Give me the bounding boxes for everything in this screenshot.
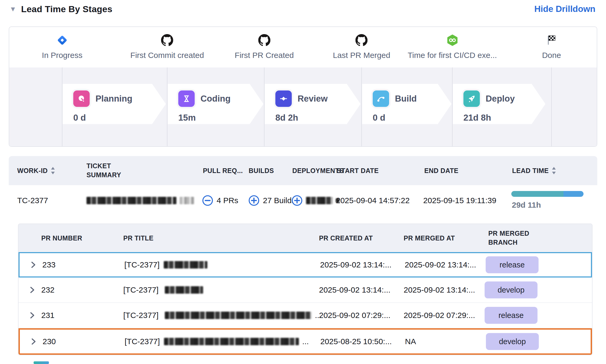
column-divider xyxy=(551,67,552,146)
collapse-triangle-icon[interactable]: ▼ xyxy=(10,6,16,12)
col-start-date: START DATE xyxy=(337,167,379,175)
stage-card-review: Review 8d 2h xyxy=(265,84,361,124)
pr-number: 230 xyxy=(43,337,56,346)
pull-requests-toggle[interactable]: 4 PRs xyxy=(202,195,238,206)
col-pr-title: PR TITLE xyxy=(123,234,153,242)
pr-table-header: PR NUMBER PR TITLE PR CREATED AT PR MERG… xyxy=(19,224,592,252)
cicd-icon xyxy=(446,33,458,47)
build-icon xyxy=(373,90,389,107)
column-divider xyxy=(264,67,265,146)
pr-merged-at: 2025-09-02 07:29:... xyxy=(404,311,475,320)
col-ticket-summary: TICKET SUMMARY xyxy=(86,162,143,180)
col-pr-created: PR CREATED AT xyxy=(319,234,373,242)
col-builds: BUILDS xyxy=(249,167,274,175)
stage-duration: 8d 2h xyxy=(275,113,361,123)
stage-duration: 21d 8h xyxy=(463,113,545,123)
col-pr-merged-branch: PR MERGED BRANCH xyxy=(488,229,545,247)
col-pr-number: PR NUMBER xyxy=(41,234,82,242)
expand-circle-icon xyxy=(248,195,260,206)
branch-badge: release xyxy=(485,307,537,324)
page-title: Lead Time By Stages xyxy=(21,4,112,14)
start-date-value: 2025-09-04 14:57:22 xyxy=(336,196,410,205)
stage-duration: 0 d xyxy=(373,113,452,123)
github-icon xyxy=(258,33,270,47)
jira-status-icon xyxy=(56,33,68,47)
pr-row-233[interactable]: 233 [TC-2377] 2025-09-02 13:14:... 2025-… xyxy=(19,252,592,277)
planning-icon xyxy=(73,90,90,107)
pr-merged-at: 2025-09-02 13:14:... xyxy=(404,285,475,294)
milestone-label: Done xyxy=(542,51,561,60)
hide-drilldown-link[interactable]: Hide Drilldown xyxy=(534,4,595,14)
milestone-label: In Progress xyxy=(42,51,82,60)
stage-duration: 0 d xyxy=(73,113,166,123)
milestone-label: First Commit created xyxy=(130,51,204,60)
pr-title: [TC-2377]... xyxy=(123,311,321,320)
collapse-circle-icon xyxy=(202,195,213,206)
col-end-date: END DATE xyxy=(424,167,458,175)
pr-number: 232 xyxy=(41,285,54,294)
chevron-right-icon[interactable] xyxy=(31,261,36,268)
milestone-label: Time for first CI/CD exe... xyxy=(408,51,497,60)
col-work-id[interactable]: WORK-ID xyxy=(17,166,56,175)
column-divider xyxy=(167,67,167,146)
work-item-row[interactable]: TC-2377 4 PRs 27 Builds xyxy=(9,185,597,216)
milestone-label: Last PR Merged xyxy=(333,51,390,60)
ticket-summary-redacted xyxy=(86,197,194,204)
col-pull-requests: PULL REQ... xyxy=(203,167,243,175)
milestone-in-progress: In Progress xyxy=(42,33,82,60)
lead-time-bar-segment-2 xyxy=(563,191,584,197)
pr-title: [TC-2377] xyxy=(124,260,211,269)
stage-name: Deploy xyxy=(486,94,515,104)
milestone-cicd: Time for first CI/CD exe... xyxy=(408,33,497,60)
chevron-right-icon[interactable] xyxy=(31,338,36,345)
stage-card-deploy: Deploy 21d 8h xyxy=(453,84,545,124)
col-lead-time[interactable]: LEAD TIME xyxy=(512,166,557,175)
work-items-table: WORK-ID TICKET SUMMARY PULL REQ... BUILD… xyxy=(9,156,597,216)
stage-card-planning: Planning 0 d xyxy=(63,84,166,124)
github-icon xyxy=(161,33,173,47)
column-divider xyxy=(361,67,362,146)
lead-time-bar-segment-1 xyxy=(511,191,563,197)
pr-created-at: 2025-08-25 10:50:... xyxy=(320,337,392,346)
sort-icon xyxy=(551,166,557,175)
pr-merged-at: NA xyxy=(405,337,416,346)
milestone-first-commit: First Commit created xyxy=(130,33,204,60)
stage-duration: 15m xyxy=(178,113,263,123)
deployments-redacted xyxy=(306,197,332,204)
milestone-done: Done xyxy=(542,33,561,60)
work-table-header: WORK-ID TICKET SUMMARY PULL REQ... BUILD… xyxy=(9,156,597,185)
expand-circle-icon xyxy=(291,195,303,206)
pr-row-232[interactable]: 232 [TC-2377] 2025-09-02 13:14:... 2025-… xyxy=(19,277,592,303)
pr-merged-at: 2025-09-02 13:14:... xyxy=(405,260,476,269)
pr-row-230[interactable]: 230 [TC-2377]... 2025-08-25 10:50:... NA… xyxy=(19,328,592,355)
branch-badge: develop xyxy=(486,333,539,350)
pr-created-at: 2025-09-02 13:14:... xyxy=(319,285,390,294)
branch-badge: release xyxy=(486,256,539,273)
review-icon xyxy=(275,90,292,107)
builds-toggle[interactable]: 27 Builds xyxy=(248,195,295,206)
stage-name: Build xyxy=(395,94,417,104)
milestone-last-pr-merged: Last PR Merged xyxy=(333,33,390,60)
branch-badge: develop xyxy=(485,281,537,298)
lead-time-bar xyxy=(511,191,584,197)
milestone-label: First PR Created xyxy=(235,51,294,60)
coding-icon xyxy=(178,90,195,107)
end-date-value: 2025-09-15 19:11:39 xyxy=(423,196,496,205)
chevron-right-icon[interactable] xyxy=(30,312,35,319)
github-icon xyxy=(356,33,368,47)
stage-name: Review xyxy=(298,94,328,104)
chevron-right-icon[interactable] xyxy=(30,286,35,293)
clipped-chart-element xyxy=(34,361,49,364)
pr-row-231[interactable]: 231 [TC-2377]... 2025-09-02 07:29:... 20… xyxy=(19,303,592,328)
stages-pipeline-panel: In Progress First Commit created First P… xyxy=(9,26,597,147)
pr-title: [TC-2377]... xyxy=(125,337,309,346)
lead-time-drilldown-screen: ▼ Lead Time By Stages Hide Drilldown In … xyxy=(0,0,606,364)
pr-created-at: 2025-09-02 07:29:... xyxy=(319,311,390,320)
deployments-toggle[interactable] xyxy=(291,195,339,206)
work-id-value: TC-2377 xyxy=(17,196,48,205)
pr-number: 231 xyxy=(41,311,54,320)
milestone-first-pr: First PR Created xyxy=(235,33,294,60)
finish-flag-icon xyxy=(546,33,557,47)
pr-title: [TC-2377] xyxy=(123,285,206,294)
col-deployments: DEPLOYMENTS xyxy=(292,167,344,175)
